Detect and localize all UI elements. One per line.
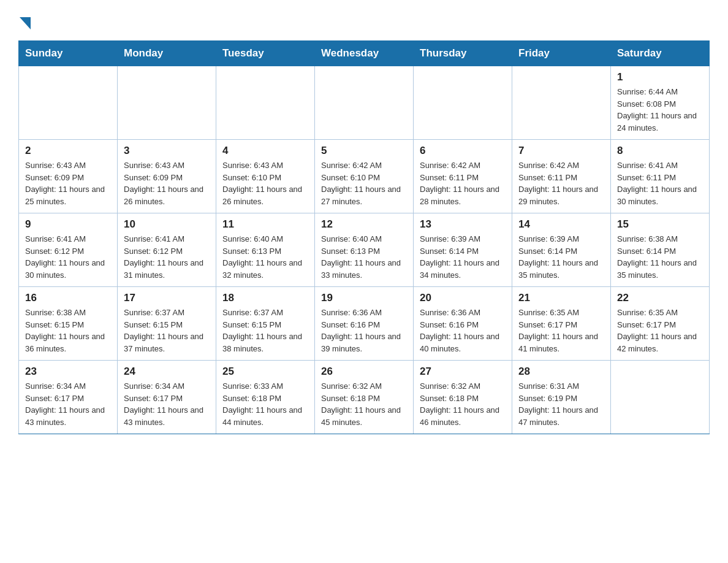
- calendar-cell: 17Sunrise: 6:37 AMSunset: 6:15 PMDayligh…: [118, 287, 216, 361]
- day-info: Sunrise: 6:32 AMSunset: 6:18 PMDaylight:…: [420, 380, 506, 428]
- day-info: Sunrise: 6:35 AMSunset: 6:17 PMDaylight:…: [518, 307, 604, 354]
- week-row-4: 16Sunrise: 6:38 AMSunset: 6:15 PMDayligh…: [19, 287, 710, 361]
- day-info: Sunrise: 6:37 AMSunset: 6:15 PMDaylight:…: [222, 307, 308, 354]
- calendar-cell: 28Sunrise: 6:31 AMSunset: 6:19 PMDayligh…: [512, 361, 611, 434]
- calendar-cell: 19Sunrise: 6:36 AMSunset: 6:16 PMDayligh…: [315, 287, 414, 361]
- day-header-sunday: Sunday: [19, 41, 118, 66]
- day-number: 18: [222, 292, 308, 304]
- calendar-cell: 11Sunrise: 6:40 AMSunset: 6:13 PMDayligh…: [216, 213, 315, 287]
- calendar-cell: 26Sunrise: 6:32 AMSunset: 6:18 PMDayligh…: [315, 361, 414, 434]
- week-row-3: 9Sunrise: 6:41 AMSunset: 6:12 PMDaylight…: [19, 213, 710, 287]
- day-info: Sunrise: 6:39 AMSunset: 6:14 PMDaylight:…: [518, 233, 604, 281]
- day-number: 10: [124, 218, 210, 231]
- calendar-cell: [19, 66, 118, 140]
- day-header-saturday: Saturday: [611, 41, 710, 66]
- calendar-cell: [216, 66, 315, 140]
- day-info: Sunrise: 6:40 AMSunset: 6:13 PMDaylight:…: [321, 233, 407, 281]
- day-number: 2: [25, 145, 111, 157]
- calendar-cell: [118, 66, 216, 140]
- calendar-cell: 27Sunrise: 6:32 AMSunset: 6:18 PMDayligh…: [414, 361, 512, 434]
- calendar-cell: 5Sunrise: 6:42 AMSunset: 6:10 PMDaylight…: [315, 140, 414, 213]
- day-info: Sunrise: 6:39 AMSunset: 6:14 PMDaylight:…: [420, 233, 506, 281]
- day-info: Sunrise: 6:36 AMSunset: 6:16 PMDaylight:…: [321, 307, 407, 354]
- day-header-wednesday: Wednesday: [315, 41, 414, 66]
- day-info: Sunrise: 6:36 AMSunset: 6:16 PMDaylight:…: [420, 307, 506, 354]
- calendar: SundayMondayTuesdayWednesdayThursdayFrid…: [18, 40, 710, 434]
- calendar-cell: 10Sunrise: 6:41 AMSunset: 6:12 PMDayligh…: [118, 213, 216, 287]
- day-number: 5: [321, 145, 407, 157]
- calendar-cell: 1Sunrise: 6:44 AMSunset: 6:08 PMDaylight…: [611, 66, 710, 140]
- calendar-cell: 2Sunrise: 6:43 AMSunset: 6:09 PMDaylight…: [19, 140, 118, 213]
- day-info: Sunrise: 6:43 AMSunset: 6:09 PMDaylight:…: [25, 159, 111, 207]
- day-info: Sunrise: 6:37 AMSunset: 6:15 PMDaylight:…: [124, 307, 210, 354]
- day-info: Sunrise: 6:42 AMSunset: 6:10 PMDaylight:…: [321, 159, 407, 207]
- calendar-cell: 8Sunrise: 6:41 AMSunset: 6:11 PMDaylight…: [611, 140, 710, 213]
- calendar-cell: [414, 66, 512, 140]
- calendar-cell: 25Sunrise: 6:33 AMSunset: 6:18 PMDayligh…: [216, 361, 315, 434]
- week-row-2: 2Sunrise: 6:43 AMSunset: 6:09 PMDaylight…: [19, 140, 710, 213]
- day-number: 19: [321, 292, 407, 304]
- calendar-cell: 22Sunrise: 6:35 AMSunset: 6:17 PMDayligh…: [611, 287, 710, 361]
- day-number: 15: [617, 218, 703, 231]
- page-header: [18, 12, 710, 28]
- calendar-cell: [512, 66, 611, 140]
- day-info: Sunrise: 6:31 AMSunset: 6:19 PMDaylight:…: [518, 380, 604, 428]
- day-info: Sunrise: 6:41 AMSunset: 6:11 PMDaylight:…: [617, 159, 703, 207]
- day-header-tuesday: Tuesday: [216, 41, 315, 66]
- day-number: 20: [420, 292, 506, 304]
- calendar-cell: 15Sunrise: 6:38 AMSunset: 6:14 PMDayligh…: [611, 213, 710, 287]
- day-header-thursday: Thursday: [414, 41, 512, 66]
- calendar-cell: 9Sunrise: 6:41 AMSunset: 6:12 PMDaylight…: [19, 213, 118, 287]
- day-number: 6: [420, 145, 506, 157]
- day-header-friday: Friday: [512, 41, 611, 66]
- day-info: Sunrise: 6:38 AMSunset: 6:14 PMDaylight:…: [617, 233, 703, 281]
- day-number: 25: [222, 366, 308, 378]
- day-number: 7: [518, 145, 604, 157]
- day-number: 28: [518, 366, 604, 378]
- logo-arrow-icon: [20, 17, 31, 29]
- day-number: 26: [321, 366, 407, 378]
- week-row-5: 23Sunrise: 6:34 AMSunset: 6:17 PMDayligh…: [19, 361, 710, 434]
- calendar-cell: 12Sunrise: 6:40 AMSunset: 6:13 PMDayligh…: [315, 213, 414, 287]
- calendar-cell: 6Sunrise: 6:42 AMSunset: 6:11 PMDaylight…: [414, 140, 512, 213]
- calendar-cell: 18Sunrise: 6:37 AMSunset: 6:15 PMDayligh…: [216, 287, 315, 361]
- day-number: 17: [124, 292, 210, 304]
- day-number: 1: [617, 71, 703, 83]
- calendar-cell: [315, 66, 414, 140]
- calendar-cell: 21Sunrise: 6:35 AMSunset: 6:17 PMDayligh…: [512, 287, 611, 361]
- day-number: 12: [321, 218, 407, 231]
- calendar-cell: 20Sunrise: 6:36 AMSunset: 6:16 PMDayligh…: [414, 287, 512, 361]
- calendar-cell: 23Sunrise: 6:34 AMSunset: 6:17 PMDayligh…: [19, 361, 118, 434]
- day-info: Sunrise: 6:43 AMSunset: 6:09 PMDaylight:…: [124, 159, 210, 207]
- day-number: 3: [124, 145, 210, 157]
- day-info: Sunrise: 6:33 AMSunset: 6:18 PMDaylight:…: [222, 380, 308, 428]
- calendar-cell: 13Sunrise: 6:39 AMSunset: 6:14 PMDayligh…: [414, 213, 512, 287]
- day-info: Sunrise: 6:34 AMSunset: 6:17 PMDaylight:…: [25, 380, 111, 428]
- day-number: 22: [617, 292, 703, 304]
- calendar-cell: 24Sunrise: 6:34 AMSunset: 6:17 PMDayligh…: [118, 361, 216, 434]
- calendar-cell: 16Sunrise: 6:38 AMSunset: 6:15 PMDayligh…: [19, 287, 118, 361]
- day-number: 21: [518, 292, 604, 304]
- day-info: Sunrise: 6:42 AMSunset: 6:11 PMDaylight:…: [518, 159, 604, 207]
- day-info: Sunrise: 6:42 AMSunset: 6:11 PMDaylight:…: [420, 159, 506, 207]
- day-info: Sunrise: 6:35 AMSunset: 6:17 PMDaylight:…: [617, 307, 703, 354]
- calendar-cell: [611, 361, 710, 434]
- calendar-cell: 7Sunrise: 6:42 AMSunset: 6:11 PMDaylight…: [512, 140, 611, 213]
- day-number: 14: [518, 218, 604, 231]
- calendar-cell: 14Sunrise: 6:39 AMSunset: 6:14 PMDayligh…: [512, 213, 611, 287]
- day-info: Sunrise: 6:38 AMSunset: 6:15 PMDaylight:…: [25, 307, 111, 354]
- day-number: 16: [25, 292, 111, 304]
- day-number: 9: [25, 218, 111, 231]
- week-row-1: 1Sunrise: 6:44 AMSunset: 6:08 PMDaylight…: [19, 66, 710, 140]
- day-number: 23: [25, 366, 111, 378]
- day-info: Sunrise: 6:43 AMSunset: 6:10 PMDaylight:…: [222, 159, 308, 207]
- day-info: Sunrise: 6:41 AMSunset: 6:12 PMDaylight:…: [25, 233, 111, 281]
- day-number: 4: [222, 145, 308, 157]
- day-number: 24: [124, 366, 210, 378]
- day-info: Sunrise: 6:44 AMSunset: 6:08 PMDaylight:…: [617, 86, 703, 134]
- day-info: Sunrise: 6:41 AMSunset: 6:12 PMDaylight:…: [124, 233, 210, 281]
- day-info: Sunrise: 6:40 AMSunset: 6:13 PMDaylight:…: [222, 233, 308, 281]
- day-number: 8: [617, 145, 703, 157]
- day-header-monday: Monday: [118, 41, 216, 66]
- day-info: Sunrise: 6:32 AMSunset: 6:18 PMDaylight:…: [321, 380, 407, 428]
